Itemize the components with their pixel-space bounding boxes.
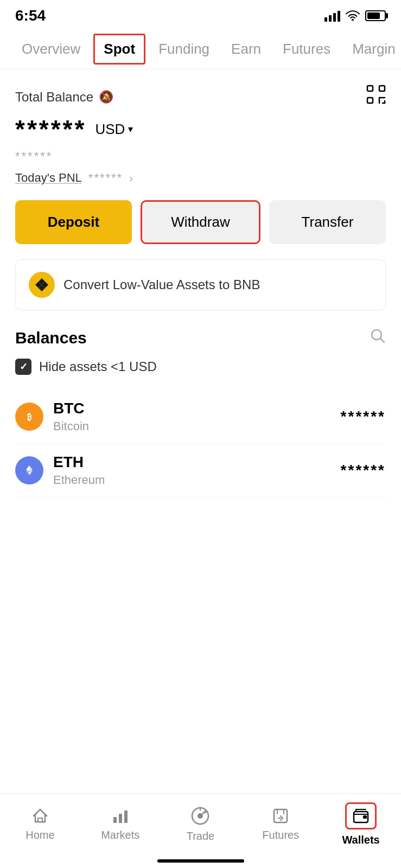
nav-trade-label: Trade	[187, 830, 215, 843]
action-buttons: Deposit Withdraw Transfer	[15, 200, 386, 244]
asset-left-btc: ₿ BTC Bitcoin	[15, 400, 89, 433]
bottom-nav: Home Markets Trade	[0, 793, 401, 868]
eth-info: ETH Ethereum	[53, 454, 105, 487]
battery-icon	[365, 10, 386, 21]
svg-rect-21	[113, 817, 117, 823]
tab-overview[interactable]: Overview	[11, 32, 91, 66]
nav-home[interactable]: Home	[13, 807, 67, 841]
nav-markets[interactable]: Markets	[93, 807, 148, 841]
eth-icon	[15, 456, 43, 484]
asset-left-eth: ETH Ethereum	[15, 454, 105, 487]
btc-ticker: BTC	[53, 400, 89, 417]
markets-icon-wrap	[112, 807, 129, 825]
eth-name: Ethereum	[53, 473, 105, 487]
svg-rect-22	[119, 814, 122, 823]
svg-rect-1	[379, 86, 385, 91]
home-icon	[31, 807, 49, 825]
status-bar: 6:54	[0, 0, 401, 29]
pnl-row: Today's PNL ****** ›	[15, 171, 386, 185]
bnb-icon	[29, 272, 55, 298]
btc-balance: ******	[341, 408, 386, 425]
balances-header: Balances	[15, 328, 386, 348]
tab-margin[interactable]: Margin	[341, 32, 401, 66]
tab-futures[interactable]: Futures	[272, 32, 341, 66]
tab-earn[interactable]: Earn	[220, 32, 272, 66]
nav-trade[interactable]: Trade	[173, 806, 227, 843]
futures-icon	[272, 807, 289, 825]
trade-icon-wrap	[190, 806, 210, 826]
balance-amount-row: ****** USD ▾	[15, 114, 386, 144]
scan-icon[interactable]	[366, 85, 386, 109]
svg-text:₿: ₿	[27, 412, 31, 422]
nav-futures[interactable]: Futures	[253, 807, 308, 841]
svg-rect-0	[367, 86, 373, 91]
main-content: Total Balance 🔕 ****** USD ▾ ****** Toda…	[0, 69, 401, 497]
tab-spot[interactable]: Spot	[93, 34, 145, 65]
wifi-icon	[346, 10, 360, 21]
hide-assets-row[interactable]: Hide assets <1 USD	[15, 359, 386, 375]
home-icon-wrap	[31, 807, 49, 825]
svg-rect-2	[367, 98, 373, 103]
eth-ticker: ETH	[53, 454, 105, 471]
nav-home-label: Home	[26, 829, 54, 841]
tab-funding[interactable]: Funding	[148, 32, 220, 66]
status-time: 6:54	[15, 7, 46, 24]
balances-title: Balances	[15, 329, 87, 347]
balance-stars: ******	[15, 114, 86, 144]
hide-assets-checkbox[interactable]	[15, 359, 31, 375]
wallets-icon-wrap	[345, 802, 377, 829]
nav-wallets[interactable]: Wallets	[334, 802, 388, 846]
svg-rect-32	[363, 815, 367, 819]
btc-name: Bitcoin	[53, 419, 89, 433]
status-icons	[324, 10, 386, 22]
asset-item-btc[interactable]: ₿ BTC Bitcoin ******	[15, 390, 386, 444]
pnl-value: ******	[88, 171, 123, 185]
convert-text: Convert Low-Value Assets to BNB	[63, 277, 260, 292]
nav-markets-label: Markets	[101, 829, 139, 841]
pnl-label[interactable]: Today's PNL	[15, 171, 82, 185]
currency-selector[interactable]: USD ▾	[95, 121, 133, 138]
trade-icon	[190, 806, 210, 826]
futures-icon-wrap	[272, 807, 289, 825]
nav-futures-label: Futures	[262, 829, 299, 841]
asset-item-eth[interactable]: ETH Ethereum ******	[15, 444, 386, 497]
hide-balance-icon[interactable]: 🔕	[99, 90, 113, 104]
transfer-button[interactable]: Transfer	[269, 200, 386, 244]
signal-icon	[324, 10, 340, 22]
home-indicator	[157, 859, 244, 863]
balance-header: Total Balance 🔕	[15, 85, 386, 109]
wallets-icon	[352, 807, 370, 825]
nav-tabs: Overview Spot Funding Earn Futures Margi…	[0, 29, 401, 69]
convert-banner[interactable]: Convert Low-Value Assets to BNB	[15, 259, 386, 310]
eth-balance: ******	[341, 462, 386, 479]
hide-assets-label: Hide assets <1 USD	[39, 359, 157, 374]
balance-title: Total Balance	[15, 90, 93, 105]
balances-search-button[interactable]	[370, 328, 386, 348]
markets-icon	[112, 807, 129, 825]
svg-line-12	[380, 339, 384, 342]
currency-label: USD	[95, 121, 125, 138]
pnl-arrow-icon: ›	[129, 172, 133, 184]
btc-info: BTC Bitcoin	[53, 400, 89, 433]
withdraw-button[interactable]: Withdraw	[141, 200, 260, 244]
nav-wallets-label: Wallets	[342, 834, 379, 846]
deposit-button[interactable]: Deposit	[15, 200, 132, 244]
btc-icon: ₿	[15, 403, 43, 431]
balance-usd-stars: ******	[15, 149, 386, 163]
balance-label-row: Total Balance 🔕	[15, 90, 113, 105]
chevron-down-icon: ▾	[128, 123, 133, 135]
svg-rect-23	[124, 810, 128, 823]
